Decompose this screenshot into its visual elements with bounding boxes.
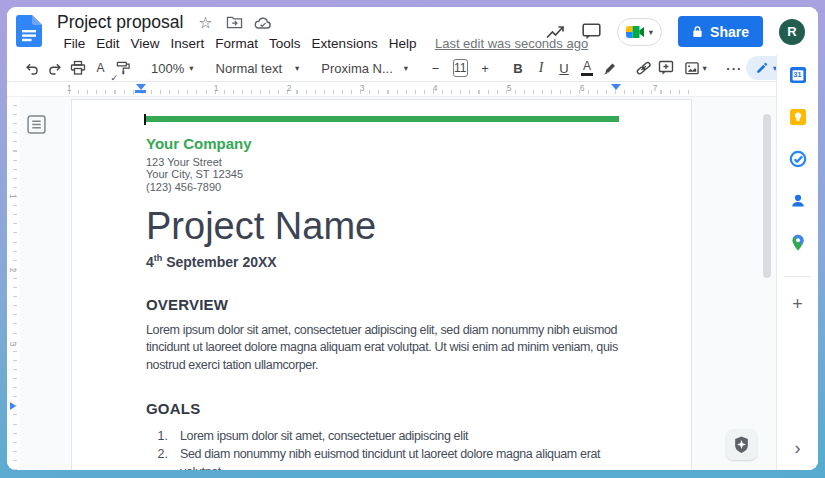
menu-format[interactable]: Format: [210, 36, 264, 51]
header-actions: ▾ Share R: [545, 16, 805, 47]
bold-button[interactable]: B: [507, 56, 530, 80]
menu-bar: File Edit View Insert Format Tools Exten…: [58, 36, 588, 51]
print-button[interactable]: [66, 56, 89, 80]
menu-help[interactable]: Help: [383, 36, 422, 51]
menu-insert[interactable]: Insert: [165, 36, 210, 51]
move-folder-icon[interactable]: [224, 13, 244, 33]
comment-history-icon[interactable]: [582, 23, 601, 40]
maps-icon[interactable]: [789, 234, 807, 252]
get-addons-button[interactable]: +: [792, 295, 803, 313]
overview-heading: OVERVIEW: [146, 296, 619, 313]
company-name: Your Company: [146, 135, 619, 152]
pencil-icon: [755, 61, 769, 75]
menu-extensions[interactable]: Extensions: [306, 36, 383, 51]
tasks-icon[interactable]: [789, 150, 807, 168]
overview-paragraph: Lorem ipsum dolor sit amet, consectetuer…: [146, 322, 619, 375]
vertical-ruler: 1 2 3: [7, 97, 20, 470]
page-content: Your Company 123 Your Street Your City, …: [72, 100, 691, 470]
menu-tools[interactable]: Tools: [264, 36, 307, 51]
text-cursor: [144, 114, 146, 125]
font-select[interactable]: Proxima N... ▾: [315, 61, 414, 76]
document-page[interactable]: Your Company 123 Your Street Your City, …: [71, 99, 692, 470]
lock-icon: [692, 25, 703, 38]
header-accent-bar: [146, 116, 619, 122]
font-size-decrease-button[interactable]: −: [424, 56, 447, 80]
vertical-ruler-marker[interactable]: [10, 402, 16, 410]
goals-list: 1. Lorem ipsum dolor sit amet, consectet…: [146, 428, 619, 470]
spellcheck-button[interactable]: A ✓: [89, 56, 112, 80]
text-color-button[interactable]: A: [576, 56, 599, 80]
underline-button[interactable]: U: [553, 56, 576, 80]
share-button[interactable]: Share: [678, 16, 763, 47]
meet-icon: [625, 24, 645, 40]
left-indent-marker[interactable]: [135, 84, 146, 93]
show-side-panel-button[interactable]: ›: [795, 439, 801, 457]
more-toolbar-button[interactable]: ···: [723, 56, 746, 80]
contacts-icon[interactable]: [789, 192, 807, 210]
font-size-input[interactable]: 11: [453, 59, 467, 77]
insert-image-button[interactable]: ▾: [678, 61, 713, 76]
menu-file[interactable]: File: [58, 36, 91, 51]
meet-button[interactable]: ▾: [617, 18, 662, 46]
calendar-icon[interactable]: 31: [789, 66, 807, 84]
toolbar: A ✓ 100% ▾ Normal text ▾ Proxima N... ▾ …: [7, 55, 776, 82]
document-status-cloud-icon[interactable]: [253, 13, 273, 33]
docs-logo-icon[interactable]: [16, 15, 42, 47]
docs-window: Project proposal ☆ File Edit View Insert…: [7, 7, 818, 470]
zoom-select[interactable]: 100% ▾: [145, 61, 200, 76]
keep-icon[interactable]: [789, 108, 807, 126]
list-item: 2. Sed diam nonummy nibh euismod tincidu…: [146, 446, 619, 470]
explore-button[interactable]: [726, 429, 757, 460]
vertical-scrollbar[interactable]: [763, 114, 771, 278]
title-row: Project proposal ☆: [57, 12, 273, 33]
highlight-color-button[interactable]: [599, 56, 622, 80]
menu-view[interactable]: View: [125, 36, 165, 51]
redo-button[interactable]: [43, 56, 66, 80]
side-panel-rail: 31 + ›: [776, 55, 818, 470]
font-size-increase-button[interactable]: +: [474, 56, 497, 80]
show-outline-icon[interactable]: [27, 115, 46, 134]
italic-button[interactable]: I: [530, 56, 553, 80]
explore-icon: [733, 436, 750, 454]
document-activity-icon[interactable]: [545, 24, 566, 40]
document-title[interactable]: Project proposal: [57, 12, 183, 33]
star-icon[interactable]: ☆: [195, 13, 215, 33]
goals-heading: GOALS: [146, 400, 619, 417]
horizontal-ruler: 1 1 2 3 4 5 6 7: [7, 82, 776, 96]
document-canvas: 1 2 3 Your Company 123 Your Street Your …: [7, 96, 776, 470]
menu-edit[interactable]: Edit: [91, 36, 125, 51]
project-date: 4th September 20XX: [146, 253, 619, 270]
right-indent-marker[interactable]: [611, 84, 621, 90]
project-name-heading: Project Name: [146, 205, 619, 248]
list-item: 1. Lorem ipsum dolor sit amet, consectet…: [146, 428, 619, 446]
insert-link-button[interactable]: [632, 56, 655, 80]
account-avatar[interactable]: R: [779, 19, 805, 45]
undo-button[interactable]: [20, 56, 43, 80]
add-comment-button[interactable]: [655, 56, 678, 80]
header: Project proposal ☆ File Edit View Insert…: [7, 7, 818, 55]
paragraph-styles-select[interactable]: Normal text ▾: [210, 61, 306, 76]
company-address: 123 Your Street Your City, ST 12345 (123…: [146, 156, 619, 193]
